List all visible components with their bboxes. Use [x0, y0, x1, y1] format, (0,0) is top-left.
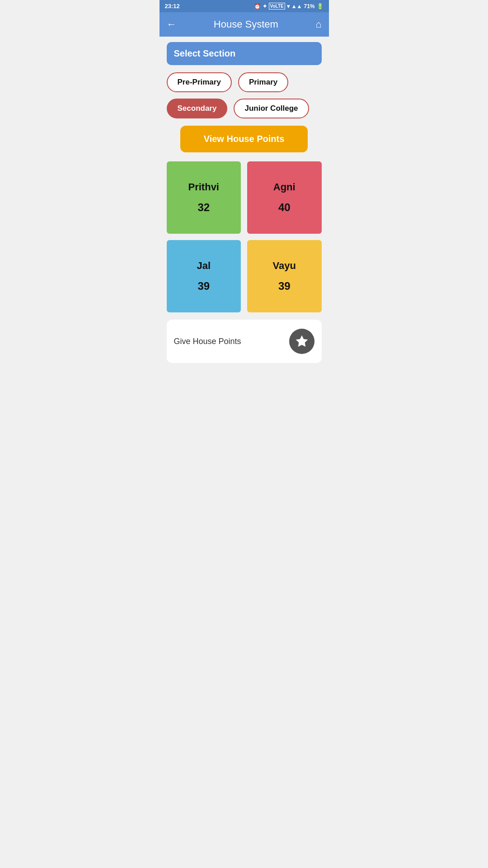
house-cards-grid: Prithvi 32 Agni 40 Jal 39 Vayu 39	[167, 161, 322, 312]
signal-icon: ▲▲	[291, 3, 302, 9]
house-points-prithvi: 32	[197, 201, 210, 214]
house-points-agni: 40	[278, 201, 291, 214]
app-header: ← House System ⌂	[160, 12, 329, 37]
house-points-jal: 39	[197, 280, 210, 292]
give-points-star-button[interactable]	[289, 329, 314, 354]
select-section-label: Select Section	[174, 48, 236, 58]
section-btn-primary[interactable]: Primary	[238, 72, 288, 92]
alarm-icon: ⏰	[254, 3, 261, 9]
give-points-label: Give House Points	[174, 337, 241, 346]
star-icon	[295, 334, 309, 349]
back-button[interactable]: ←	[167, 19, 177, 30]
view-house-points-button[interactable]: View House Points	[180, 126, 307, 152]
section-buttons-group: Pre-Primary Primary Secondary Junior Col…	[167, 72, 322, 118]
status-time: 23:12	[165, 3, 180, 9]
select-section-bar: Select Section	[167, 42, 322, 65]
battery-level: 71%	[304, 3, 314, 9]
section-btn-junior-college[interactable]: Junior College	[234, 99, 309, 118]
main-content: Select Section Pre-Primary Primary Secon…	[160, 37, 329, 368]
house-points-vayu: 39	[278, 280, 291, 292]
wifi-icon: ▾	[287, 3, 290, 9]
house-name-vayu: Vayu	[273, 260, 296, 272]
house-card-vayu: Vayu 39	[247, 240, 322, 312]
home-button[interactable]: ⌂	[315, 19, 321, 30]
house-card-agni: Agni 40	[247, 161, 322, 234]
page-title: House System	[214, 19, 278, 30]
section-btn-pre-primary[interactable]: Pre-Primary	[167, 72, 232, 92]
house-name-prithvi: Prithvi	[188, 181, 219, 193]
section-btn-secondary[interactable]: Secondary	[167, 99, 228, 118]
volte-icon: VoLTE	[269, 3, 285, 9]
bluetooth-icon: ✦	[263, 3, 267, 9]
give-house-points-footer: Give House Points	[167, 320, 322, 363]
battery-icon: 🔋	[317, 3, 324, 9]
house-name-agni: Agni	[273, 181, 296, 193]
house-card-prithvi: Prithvi 32	[167, 161, 241, 234]
house-name-jal: Jal	[197, 260, 211, 272]
status-icons: ⏰ ✦ VoLTE ▾ ▲▲ 71% 🔋	[254, 3, 324, 9]
view-house-points-container: View House Points	[167, 126, 322, 152]
house-card-jal: Jal 39	[167, 240, 241, 312]
status-bar: 23:12 ⏰ ✦ VoLTE ▾ ▲▲ 71% 🔋	[160, 0, 329, 12]
